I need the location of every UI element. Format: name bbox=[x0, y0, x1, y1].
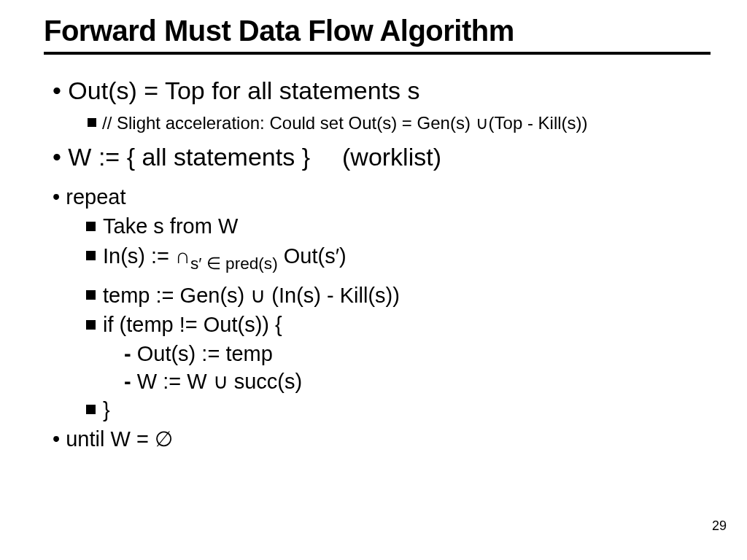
square-bullet-icon bbox=[86, 290, 96, 300]
temp-text: temp := Gen(s) ∪ (In(s) - Kill(s)) bbox=[103, 284, 400, 307]
close-brace: } bbox=[103, 398, 110, 421]
slide-title: Forward Must Data Flow Algorithm bbox=[44, 15, 711, 47]
slide-body: Out(s) = Top for all statements s // Sli… bbox=[44, 75, 711, 452]
dash-out-assign: Out(s) := temp bbox=[44, 341, 711, 367]
bullet-out-init: Out(s) = Top for all statements s bbox=[44, 75, 711, 106]
sub-bullet-temp: temp := Gen(s) ∪ (In(s) - Kill(s)) bbox=[44, 282, 711, 308]
dash-w-assign: W := W ∪ succ(s) bbox=[44, 368, 711, 394]
square-bullet-icon bbox=[86, 251, 96, 260]
square-bullet-icon bbox=[88, 118, 96, 127]
bullet-repeat: repeat bbox=[44, 184, 711, 210]
sub-bullet-acceleration: // Slight acceleration: Could set Out(s)… bbox=[44, 112, 711, 134]
sub-bullet-in: In(s) := ∩s′ ∈ pred(s) Out(s′) bbox=[44, 243, 711, 273]
sub-bullet-if: if (temp != Out(s)) { bbox=[44, 311, 711, 338]
square-bullet-icon bbox=[86, 405, 96, 414]
take-text: Take s from W bbox=[103, 214, 238, 238]
worklist-label: (worklist) bbox=[342, 143, 441, 171]
page-number: 29 bbox=[712, 518, 727, 534]
in-subscript: s′ ∈ pred(s) bbox=[190, 254, 278, 273]
if-text: if (temp != Out(s)) { bbox=[103, 313, 282, 336]
sub-bullet-take: Take s from W bbox=[44, 213, 711, 239]
in-post: Out(s′) bbox=[278, 244, 347, 268]
square-bullet-icon bbox=[86, 320, 96, 330]
sub-bullet-close: } bbox=[44, 397, 711, 423]
acceleration-text: // Slight acceleration: Could set Out(s)… bbox=[102, 113, 588, 133]
bullet-until: until W = ∅ bbox=[44, 426, 711, 452]
in-pre: In(s) := ∩ bbox=[103, 244, 190, 268]
square-bullet-icon bbox=[86, 222, 96, 231]
title-underline bbox=[44, 52, 711, 55]
slide: Forward Must Data Flow Algorithm Out(s) … bbox=[0, 0, 747, 560]
worklist-def: W := { all statements } bbox=[68, 143, 310, 171]
bullet-worklist: W := { all statements }(worklist) bbox=[44, 141, 711, 173]
